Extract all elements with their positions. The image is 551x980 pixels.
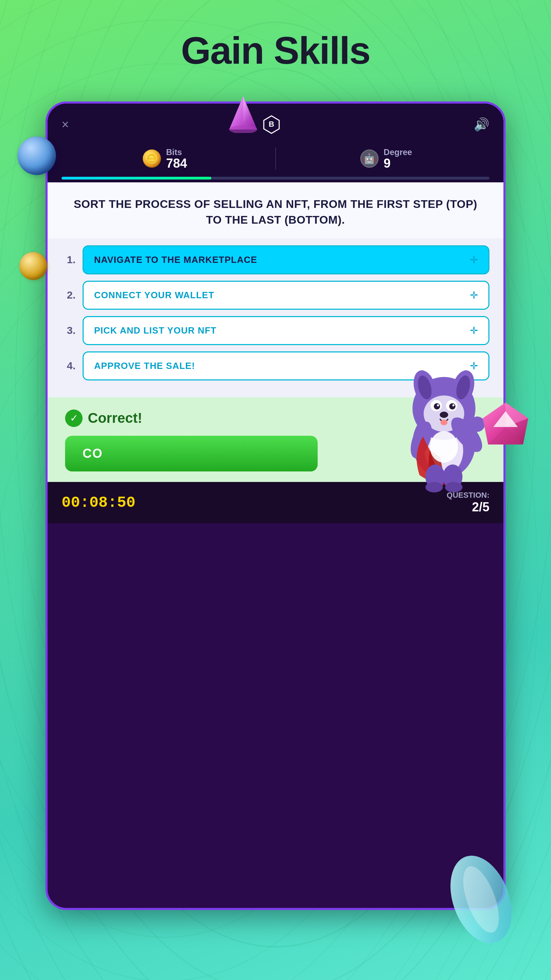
svg-point-23 [453, 404, 454, 406]
degree-text: Degree 9 [384, 147, 412, 170]
close-button[interactable]: × [62, 117, 69, 132]
answer-number-1: 1. [62, 254, 76, 266]
answer-button-1[interactable]: NAVIGATE TO THE MARKETPLACE ✛ [83, 245, 489, 274]
svg-point-20 [434, 403, 440, 409]
stats-divider [275, 147, 276, 170]
svg-point-32 [445, 482, 462, 492]
phone-frame: × B 🔊 🪙 Bits 784 🤖 Degree 9 [46, 102, 505, 910]
svg-point-21 [449, 403, 456, 409]
answer-number-3: 3. [62, 325, 76, 336]
decoration-gold-sphere [19, 252, 47, 280]
app-logo: B [259, 112, 284, 137]
svg-point-24 [440, 412, 448, 418]
degree-label: Degree [384, 147, 412, 157]
stats-bar: 🪙 Bits 784 🤖 Degree 9 [48, 144, 503, 177]
decoration-pink-gem [478, 399, 534, 455]
bits-text: Bits 784 [166, 147, 187, 170]
svg-point-22 [437, 404, 439, 406]
svg-point-33 [430, 431, 458, 463]
correct-check-icon: ✓ [65, 409, 83, 427]
decoration-crystal [446, 847, 516, 952]
answer-row-1: 1. NAVIGATE TO THE MARKETPLACE ✛ [62, 245, 489, 274]
answer-number-4: 4. [62, 360, 76, 372]
answer-row-3: 3. PICK AND LIST YOUR NFT ✛ [62, 316, 489, 345]
question-text: SORT THE PROCESS OF SELLING AN NFT, FROM… [65, 196, 486, 228]
phone-header: × B 🔊 [48, 103, 503, 144]
bits-value: 784 [166, 157, 187, 170]
sound-button[interactable]: 🔊 [474, 117, 489, 132]
progress-container [48, 177, 503, 182]
bits-stat: 🪙 Bits 784 [62, 147, 268, 170]
page-title: Gain Skills [0, 28, 551, 72]
progress-bar-fill [62, 177, 211, 180]
question-counter-value: 2/5 [447, 500, 489, 514]
decoration-pink-cone [227, 94, 259, 133]
answer-text-1: NAVIGATE TO THE MARKETPLACE [94, 255, 257, 265]
answer-text-3: PICK AND LIST YOUR NFT [94, 325, 216, 336]
timer-display: 00:08:50 [62, 494, 135, 511]
degree-stat: 🤖 Degree 9 [283, 147, 490, 170]
answer-button-2[interactable]: CONNECT YOUR WALLET ✛ [83, 281, 489, 310]
degree-value: 9 [384, 157, 412, 170]
correct-text: Correct! [88, 410, 142, 426]
answer-number-2: 2. [62, 289, 76, 301]
result-area: ✓ Correct! CO [48, 397, 503, 482]
answer-text-4: APPROVE THE SALE! [94, 361, 195, 371]
degree-avatar-icon: 🤖 [360, 150, 378, 168]
question-area: SORT THE PROCESS OF SELLING AN NFT, FROM… [48, 182, 503, 239]
answer-button-3[interactable]: PICK AND LIST YOUR NFT ✛ [83, 316, 489, 345]
svg-point-31 [426, 482, 443, 492]
progress-bar-background [62, 177, 489, 180]
drag-icon-2: ✛ [470, 290, 478, 301]
question-counter: QUESTION: 2/5 [447, 491, 489, 514]
bits-label: Bits [166, 147, 187, 157]
continue-button[interactable]: CO [65, 436, 318, 471]
decoration-blue-sphere [17, 137, 56, 175]
answer-row-2: 2. CONNECT YOUR WALLET ✛ [62, 281, 489, 310]
answer-text-2: CONNECT YOUR WALLET [94, 290, 214, 301]
drag-icon-3: ✛ [470, 325, 478, 336]
drag-icon-1: ✛ [470, 254, 478, 266]
svg-text:B: B [269, 120, 274, 129]
svg-point-25 [440, 420, 448, 425]
bits-coin-icon: 🪙 [143, 150, 161, 168]
